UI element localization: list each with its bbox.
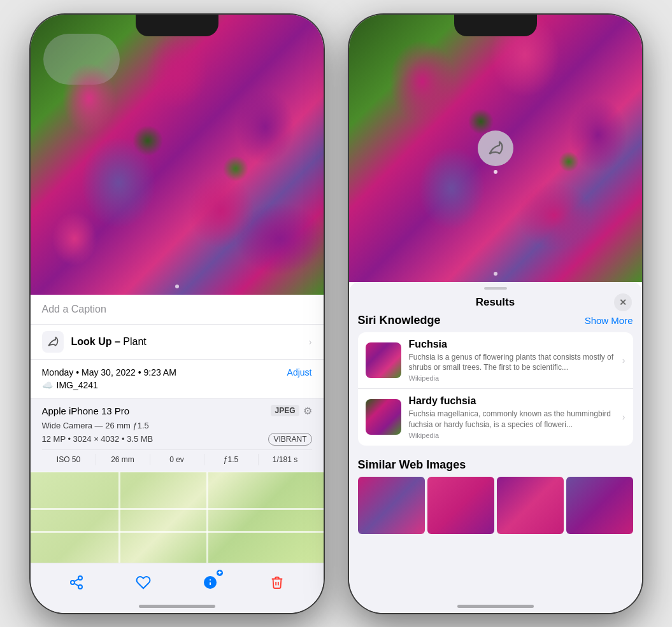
exif-row: ISO 50 26 mm 0 ev ƒ1.5 1/181 s [42,449,312,465]
similar-images-title: Similar Web Images [358,458,633,472]
visual-lookup-icon [42,331,64,353]
photo-date: Monday • May 30, 2022 • 9:23 AM [42,367,176,377]
knowledge-item-fuchsia[interactable]: Fuchsia Fuchsia is a genus of flowering … [358,332,633,390]
left-screen: Add a Caption Look Up – Plant › [31,15,324,613]
photo-megapixels: 12 MP • 3024 × 4032 • 3.5 MB [42,434,154,444]
knowledge-card: Fuchsia Fuchsia is a genus of flowering … [358,332,633,446]
results-panel: Results ✕ Siri Knowledge Show More [349,282,642,613]
results-title: Results [476,296,515,309]
fuchsia-description: Fuchsia is a genus of flowering plants t… [409,352,617,374]
right-phone: Results ✕ Siri Knowledge Show More [349,15,642,613]
hardy-chevron-icon: › [622,412,626,422]
lookup-label: Look Up – Plant [71,336,147,348]
fuchsia-name: Fuchsia [409,339,617,350]
similar-image-2[interactable] [427,477,494,534]
hardy-name: Hardy fuchsia [409,395,617,407]
gear-icon: ⚙ [303,405,312,417]
photo-info-section: Monday • May 30, 2022 • 9:23 AM Adjust ☁… [31,360,324,398]
left-phone: Add a Caption Look Up – Plant › [31,15,324,613]
cloud-icon: ☁️ [42,380,53,390]
fuchsia-chevron-icon: › [622,355,626,365]
show-more-button[interactable]: Show More [585,315,633,326]
exif-aperture: ƒ1.5 [204,454,259,465]
fuchsia-content: Fuchsia Fuchsia is a genus of flowering … [409,339,617,383]
hardy-description: Fuchsia magellanica, commonly known as t… [409,409,617,430]
exif-focal: 26 mm [96,454,150,465]
close-button[interactable]: ✕ [614,293,632,311]
similar-image-1[interactable] [358,477,425,534]
home-bar [139,605,215,608]
hardy-thumbnail [366,399,401,435]
flower-overlay [31,15,324,295]
similar-images-section: Similar Web Images [349,452,642,534]
visual-lookup-button[interactable] [478,130,513,166]
photo-filename: IMG_4241 [57,380,98,390]
lookup-dot [494,170,497,174]
share-button[interactable] [65,571,88,594]
phones-container: Add a Caption Look Up – Plant › [31,15,642,613]
map-road [31,531,324,533]
vibrant-badge: VIBRANT [268,433,311,446]
page-indicator-right [494,272,497,276]
camera-model: Apple iPhone 13 Pro [42,405,130,416]
leaf-icon [46,335,59,348]
exif-shutter: 1/181 s [259,454,312,465]
page-indicator-dot [175,285,179,288]
siri-knowledge-section: Siri Knowledge Show More Fuchsia Fuchsia… [349,314,642,452]
similar-images-grid [358,477,633,534]
exif-iso: ISO 50 [42,454,96,465]
camera-details: Wide Camera — 26 mm ƒ1.5 [42,421,312,430]
right-screen: Results ✕ Siri Knowledge Show More [349,15,642,613]
knowledge-item-hardy[interactable]: Hardy fuchsia Fuchsia magellanica, commo… [358,389,633,446]
favorite-button[interactable] [132,571,155,594]
exif-ev: 0 ev [150,454,204,465]
flower-photo-left[interactable] [31,15,324,295]
camera-section: Apple iPhone 13 Pro JPEG ⚙ Wide Camera —… [31,398,324,472]
flower-photo-right [349,15,642,282]
fuchsia-source: Wikipedia [409,374,617,382]
drag-handle[interactable] [484,287,507,290]
results-header: Results ✕ [349,292,642,314]
home-bar-right [457,605,534,608]
info-badge: ✦ [215,568,224,577]
map-road [118,472,120,563]
caption-area[interactable]: Add a Caption [31,295,324,325]
delete-button[interactable] [266,571,289,594]
map-road [206,472,208,563]
map-road [31,508,324,510]
lookup-row[interactable]: Look Up – Plant › [31,325,324,360]
caption-placeholder[interactable]: Add a Caption [42,304,106,314]
fuchsia-thumbnail [366,342,401,378]
siri-knowledge-title: Siri Knowledge [358,314,441,327]
hardy-source: Wikipedia [409,432,617,439]
info-button[interactable]: ✦ [199,571,222,594]
leaf-lookup-icon [487,139,504,157]
jpeg-badge: JPEG [271,405,299,416]
siri-header: Siri Knowledge Show More [358,314,633,327]
map-background [31,472,324,563]
adjust-button[interactable]: Adjust [287,367,312,377]
lookup-chevron-icon: › [309,337,312,347]
map-section[interactable] [31,472,324,563]
similar-image-4[interactable] [566,477,633,534]
hardy-content: Hardy fuchsia Fuchsia magellanica, commo… [409,395,617,439]
similar-image-3[interactable] [497,477,564,534]
close-icon: ✕ [619,297,627,307]
